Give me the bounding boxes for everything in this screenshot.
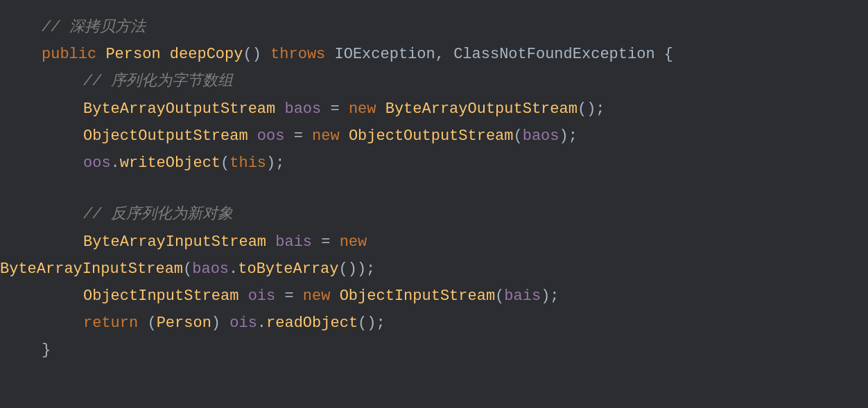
code-line: ByteArrayInputStream(baos.toByteArray())… (0, 256, 868, 283)
code-line: } (0, 337, 868, 364)
code-line: return (Person) ois.readObject(); (0, 310, 868, 337)
code-line: // 深拷贝方法 (0, 14, 868, 41)
code-line: // 反序列化为新对象 (0, 201, 868, 228)
code-line (0, 177, 868, 201)
code-line: ObjectOutputStream oos = new ObjectOutpu… (0, 123, 868, 150)
code-line: public Person deepCopy() throws IOExcept… (0, 41, 868, 68)
code-line: // 序列化为字节数组 (0, 68, 868, 95)
code-block: // 深拷贝方法public Person deepCopy() throws … (0, 0, 868, 408)
code-line: ByteArrayOutputStream baos = new ByteArr… (0, 96, 868, 123)
code-line: oos.writeObject(this); (0, 150, 868, 177)
code-line: ByteArrayInputStream bais = new (0, 229, 868, 256)
code-line: ObjectInputStream ois = new ObjectInputS… (0, 283, 868, 310)
